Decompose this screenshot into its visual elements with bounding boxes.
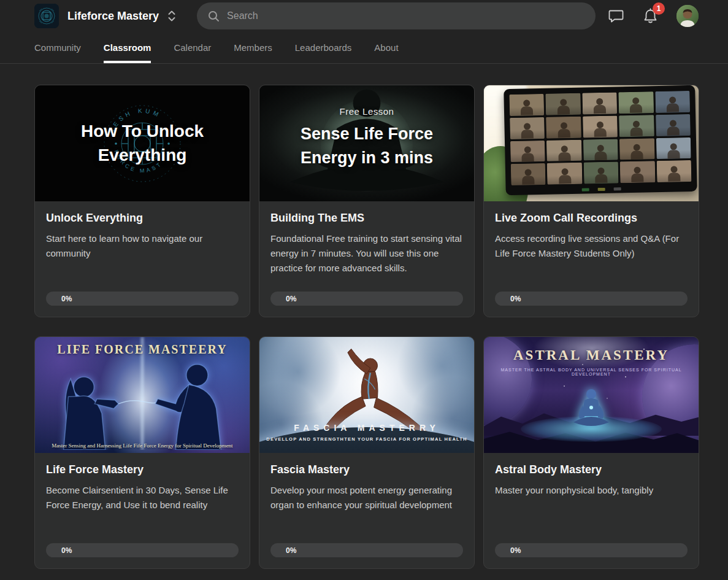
monitor-graphic bbox=[504, 85, 697, 195]
zoom-participant-tile bbox=[546, 93, 581, 115]
zoom-participant-tile bbox=[584, 162, 619, 184]
notification-badge: 1 bbox=[653, 2, 665, 15]
course-card-body: Building The EMS Foundational Free train… bbox=[259, 201, 474, 317]
course-cover-image: ASTRAL MASTERY MASTER THE ASTRAL BODY AN… bbox=[484, 337, 699, 453]
course-progress-label: 0% bbox=[270, 546, 296, 555]
course-title: Fascia Mastery bbox=[270, 463, 463, 476]
zoom-participant-tile bbox=[656, 114, 691, 136]
course-cover-image bbox=[484, 85, 699, 201]
meditating-figure-graphic bbox=[565, 387, 618, 432]
search-icon bbox=[208, 10, 220, 22]
cover-text: Free Lesson Sense Life Force Energy in 3… bbox=[259, 106, 474, 170]
cover-heading: How To Unlock Everything bbox=[35, 119, 250, 168]
course-card-fascia-mastery[interactable]: FASCIA MASTERRY DEVELLOP AND STRENGTHTEN… bbox=[259, 336, 475, 569]
app-header: Lifeforce Mastery bbox=[0, 0, 728, 64]
course-description: Develop your most potent energy generati… bbox=[270, 483, 463, 512]
course-cover-image: FASCIA MASTERRY DEVELLOP AND STRENGTHTEN… bbox=[259, 337, 474, 453]
zoom-participant-tile bbox=[619, 91, 654, 114]
zoom-participant-tile bbox=[510, 140, 545, 162]
course-card-unlock-everything[interactable]: NESH KUM FORCE MAST How To Unlock Everyt… bbox=[34, 85, 250, 317]
cover-heading: Sense Life Force Energy in 3 mins bbox=[259, 122, 474, 170]
zoom-participant-tile bbox=[619, 115, 654, 137]
course-progress-bar: 0% bbox=[270, 543, 463, 557]
course-description: Become Clairsentient in 30 Days, Sense L… bbox=[46, 483, 239, 512]
course-title: Life Force Mastery bbox=[46, 463, 239, 476]
course-title: Building The EMS bbox=[270, 212, 463, 225]
zoom-participant-tile bbox=[546, 139, 581, 161]
course-description: Master your nonphysical body, tangibly bbox=[495, 483, 688, 498]
course-progress-label: 0% bbox=[270, 295, 296, 303]
cover-subtitle: Master Sensing and Harnessing Life Fife … bbox=[35, 443, 250, 449]
zoom-participant-tile bbox=[509, 94, 544, 116]
course-title: Unlock Everything bbox=[46, 212, 239, 225]
free-lesson-badge: Free Lesson bbox=[259, 106, 474, 117]
course-progress-label: 0% bbox=[495, 546, 521, 555]
zoom-participant-tile bbox=[656, 137, 691, 159]
chat-button[interactable] bbox=[608, 9, 624, 24]
course-card-body: Live Zoom Call Recordings Access recordi… bbox=[484, 201, 699, 317]
search-bar[interactable] bbox=[197, 2, 596, 29]
avatar-photo bbox=[676, 5, 699, 27]
zoom-participant-tile bbox=[656, 160, 691, 182]
course-title: Astral Body Mastery bbox=[495, 463, 688, 476]
notifications-button[interactable]: 1 bbox=[643, 8, 658, 25]
course-card-building-the-ems[interactable]: Free Lesson Sense Life Force Energy in 3… bbox=[259, 85, 475, 317]
zoom-participant-tile bbox=[582, 92, 617, 114]
top-bar: Lifeforce Mastery bbox=[0, 0, 728, 32]
course-progress-bar: 0% bbox=[46, 543, 239, 557]
community-logo[interactable] bbox=[34, 4, 59, 28]
zoom-controls-graphic bbox=[582, 187, 621, 191]
course-cover-image: NESH KUM FORCE MAST How To Unlock Everyt… bbox=[35, 85, 250, 201]
cover-title: FASCIA MASTERRY bbox=[259, 423, 474, 433]
course-description: Foundational Free training to start sens… bbox=[270, 231, 463, 276]
course-card-body: Life Force Mastery Become Clairsentient … bbox=[35, 453, 250, 568]
course-progress-label: 0% bbox=[46, 546, 72, 555]
up-down-chevrons-icon bbox=[167, 10, 176, 22]
course-title: Live Zoom Call Recordings bbox=[495, 212, 688, 225]
user-avatar[interactable] bbox=[676, 5, 699, 27]
course-progress-bar: 0% bbox=[46, 292, 239, 306]
zoom-participant-tile bbox=[619, 138, 654, 160]
course-card-body: Astral Body Mastery Master your nonphysi… bbox=[484, 453, 699, 568]
community-name: Lifeforce Mastery bbox=[67, 10, 159, 23]
zoom-grid bbox=[509, 91, 691, 185]
cover-title: LIFE FORCE MASTEERY bbox=[35, 342, 250, 357]
cover-subtitle: DEVELLOP AND STRENGTHTEN YOUR FASCIA FOR… bbox=[259, 436, 474, 442]
tab-community[interactable]: Community bbox=[34, 32, 81, 63]
course-card-life-force-mastery[interactable]: LIFE FORCE MASTEERY Master Sensing and H… bbox=[34, 336, 250, 569]
tab-classroom[interactable]: Classroom bbox=[104, 32, 151, 63]
course-card-live-zoom-recordings[interactable]: Live Zoom Call Recordings Access recordi… bbox=[483, 85, 699, 317]
chat-icon bbox=[608, 9, 624, 24]
course-description: Access recording live sessions and Q&A (… bbox=[495, 231, 688, 261]
course-cover-image: LIFE FORCE MASTEERY Master Sensing and H… bbox=[35, 337, 250, 453]
zoom-participant-tile bbox=[546, 116, 581, 138]
course-progress-label: 0% bbox=[46, 295, 72, 303]
course-progress-label: 0% bbox=[495, 295, 521, 303]
cover-subtitle: MASTER THE ASTRAL BODY AND UNIVERSAL SEN… bbox=[484, 368, 699, 376]
zoom-participant-tile bbox=[620, 161, 655, 183]
course-card-astral-body-mastery[interactable]: ASTRAL MASTERY MASTER THE ASTRAL BODY AN… bbox=[483, 336, 699, 569]
tab-members[interactable]: Members bbox=[234, 32, 272, 63]
zoom-participant-tile bbox=[655, 91, 690, 113]
zoom-participant-tile bbox=[511, 163, 546, 185]
cover-title: ASTRAL MASTERY bbox=[484, 347, 699, 363]
course-progress-bar: 0% bbox=[270, 292, 463, 306]
course-progress-bar: 0% bbox=[495, 292, 688, 306]
tab-leaderboards[interactable]: Leaderboards bbox=[295, 32, 352, 63]
course-card-body: Fascia Mastery Develop your most potent … bbox=[259, 453, 474, 568]
tab-about[interactable]: About bbox=[374, 32, 398, 63]
classroom-course-grid: NESH KUM FORCE MAST How To Unlock Everyt… bbox=[34, 85, 699, 569]
zoom-participant-tile bbox=[583, 139, 618, 161]
course-description: Start here to learn how to navigate our … bbox=[46, 231, 239, 261]
search-input[interactable] bbox=[227, 10, 584, 21]
course-progress-bar: 0% bbox=[495, 543, 688, 557]
course-cover-image: Free Lesson Sense Life Force Energy in 3… bbox=[259, 85, 474, 201]
zoom-participant-tile bbox=[510, 117, 545, 139]
zoom-participant-tile bbox=[583, 115, 618, 137]
course-card-body: Unlock Everything Start here to learn ho… bbox=[35, 201, 250, 317]
nav-tabs: Community Classroom Calendar Members Lea… bbox=[0, 32, 728, 63]
top-actions: 1 bbox=[608, 5, 699, 27]
community-switcher-button[interactable] bbox=[167, 10, 176, 22]
tab-calendar[interactable]: Calendar bbox=[174, 32, 211, 63]
zoom-participant-tile bbox=[547, 163, 582, 185]
